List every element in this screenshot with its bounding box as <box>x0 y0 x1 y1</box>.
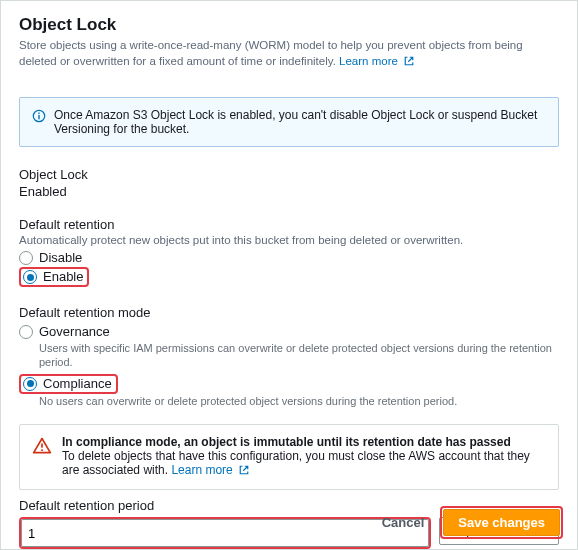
cancel-button[interactable]: Cancel <box>378 509 429 536</box>
svg-rect-4 <box>41 449 43 451</box>
info-banner: Once Amazon S3 Object Lock is enabled, y… <box>19 97 559 147</box>
radio-icon <box>19 325 33 339</box>
default-retention-help: Automatically protect new objects put in… <box>19 234 559 246</box>
retention-disable-radio[interactable]: Disable <box>19 250 559 265</box>
info-banner-text: Once Amazon S3 Object Lock is enabled, y… <box>54 108 546 136</box>
radio-icon <box>23 270 37 284</box>
radio-icon <box>19 251 33 265</box>
retention-mode-section: Default retention mode Governance Users … <box>1 289 577 414</box>
object-lock-panel: Object Lock Store objects using a write-… <box>0 0 578 550</box>
panel-header: Object Lock Store objects using a write-… <box>1 1 577 83</box>
save-button[interactable]: Save changes <box>443 509 560 536</box>
svg-rect-3 <box>41 444 43 448</box>
svg-rect-2 <box>38 113 39 114</box>
retention-enable-radio[interactable]: Enable <box>19 267 89 287</box>
object-lock-label: Object Lock <box>19 167 559 182</box>
object-lock-value: Enabled <box>19 184 559 199</box>
mode-compliance-radio[interactable]: Compliance <box>19 374 118 394</box>
mode-governance-help: Users with specific IAM permissions can … <box>39 341 559 370</box>
retention-period-input[interactable] <box>21 519 429 547</box>
warning-title: In compliance mode, an object is immutab… <box>62 435 546 449</box>
external-link-icon <box>403 55 415 71</box>
radio-icon <box>23 377 37 391</box>
learn-more-link[interactable]: Learn more <box>339 55 415 67</box>
retention-mode-label: Default retention mode <box>19 305 559 320</box>
compliance-warning: In compliance mode, an object is immutab… <box>19 424 559 490</box>
info-icon <box>32 109 46 136</box>
svg-rect-1 <box>38 115 39 119</box>
page-description: Store objects using a write-once-read-ma… <box>19 37 559 71</box>
warning-icon <box>32 436 52 479</box>
default-retention-label: Default retention <box>19 217 559 232</box>
warning-body: To delete objects that have this configu… <box>62 449 530 477</box>
page-title: Object Lock <box>19 15 559 35</box>
mode-compliance-help: No users can overwrite or delete protect… <box>39 394 559 408</box>
external-link-icon <box>238 464 250 479</box>
object-lock-section: Object Lock Enabled <box>1 157 577 201</box>
mode-governance-radio[interactable]: Governance <box>19 324 559 339</box>
warning-learn-more-link[interactable]: Learn more <box>171 463 250 477</box>
default-retention-section: Default retention Automatically protect … <box>1 201 577 289</box>
footer-actions: Cancel Save changes <box>378 506 563 539</box>
